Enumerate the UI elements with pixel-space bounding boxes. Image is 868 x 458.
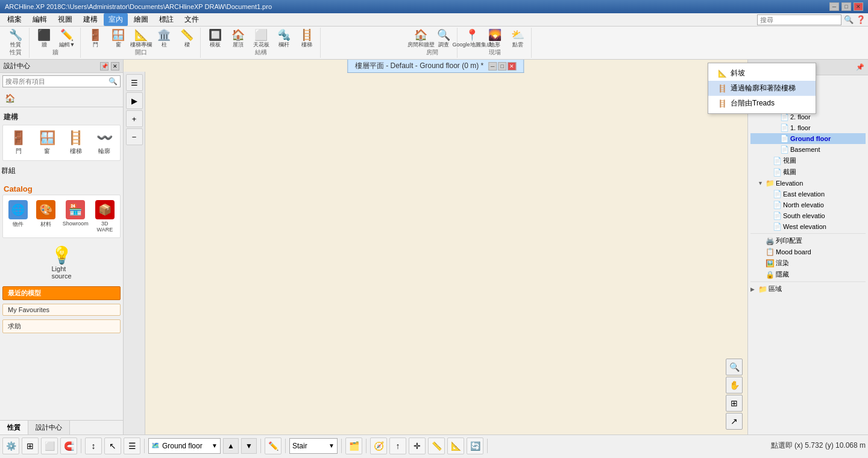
door-button[interactable]: 🚪門 [84, 28, 106, 50]
canvas-maximize-btn[interactable]: □ [498, 62, 506, 71]
column-button[interactable]: 🏛️柱 [153, 28, 175, 50]
slab-button[interactable]: 🔲模板 [204, 28, 226, 50]
floor-selector[interactable]: 🗺️ Ground floor ▼ [148, 438, 221, 454]
tree-basement[interactable]: 📄 Basement [750, 144, 866, 155]
contour-stair-item[interactable]: 🪜通過輪廓和著陸樓梯 [708, 81, 816, 96]
help-icon[interactable]: ❓ [856, 15, 866, 24]
wall-button[interactable]: ⬛牆 [33, 28, 55, 50]
window-button[interactable]: 🪟窗 [107, 28, 129, 50]
stairs-column-button[interactable]: 📐樓梯專欄 [130, 28, 152, 50]
3d-pen-btn[interactable]: ✏️ [265, 438, 281, 454]
tree-zone[interactable]: ▶ 📁 區域 [750, 283, 866, 295]
close-button[interactable]: ✕ [854, 2, 863, 11]
stairs-cell[interactable]: 🪜樓梯 [63, 128, 89, 158]
terrain-button[interactable]: 🌄地形 [484, 28, 506, 50]
snap-btn[interactable]: 🧲 [60, 438, 77, 454]
search-all-icon[interactable]: 🔍 [106, 76, 120, 87]
showroom-item[interactable]: 🏪 Showroom [61, 198, 90, 235]
layers-btn[interactable]: 🗂️ [345, 438, 362, 454]
ceiling-button[interactable]: ⬜天花板 [250, 28, 272, 50]
design-center-tab[interactable]: 設計中心 [28, 421, 70, 434]
tree-hidden[interactable]: 🔒 隱藏 [750, 269, 866, 280]
menu-document[interactable]: 文件 [180, 13, 204, 26]
grid-btn[interactable]: ⊞ [726, 395, 743, 412]
list-view-btn[interactable]: ☰ [126, 74, 143, 91]
crosshair-btn[interactable]: ✛ [409, 438, 426, 454]
tree-east-elev[interactable]: 📄 East elevation [750, 189, 866, 199]
measure-btn[interactable]: 📏 [428, 438, 445, 454]
objects-item[interactable]: 🌐 物件 [5, 198, 31, 235]
search-all-input[interactable] [3, 77, 106, 86]
tree-mood-board[interactable]: 📋 Mood board [750, 246, 866, 257]
tree-west-elev[interactable]: 📄 West elevation [750, 221, 866, 232]
home-nav-button[interactable]: 🏠 [2, 91, 17, 105]
tree-ground-floor[interactable]: 📄 Ground floor [750, 133, 866, 144]
dc-pin-button[interactable]: 📌 [100, 62, 108, 71]
menu-draw[interactable]: 繪圖 [129, 13, 153, 26]
tree-1st-floor[interactable]: 📄 1. floor [750, 122, 866, 133]
window-cell[interactable]: 🪟窗 [34, 128, 61, 158]
floor-down-btn[interactable]: ▼ [241, 438, 257, 454]
menu-annotate[interactable]: 標註 [154, 13, 178, 26]
settings-btn[interactable]: ⚙️ [2, 438, 19, 454]
floor-up-btn[interactable]: ▲ [223, 438, 239, 454]
survey-button[interactable]: 🔍調查 [433, 28, 454, 50]
maximize-button[interactable]: □ [841, 2, 851, 11]
menu-interior[interactable]: 室內 [104, 13, 128, 26]
my-favourites-button[interactable]: My Favourites [2, 304, 121, 316]
zoom-in-canvas-btn[interactable]: + [126, 110, 143, 127]
cursor-btn[interactable]: ↖ [104, 438, 121, 454]
move-btn[interactable]: ↕ [85, 438, 102, 454]
property-tab[interactable]: 性質 [0, 421, 28, 434]
light-source-item[interactable]: 💡 Lightsource [0, 240, 123, 284]
ramp-item[interactable]: 📐斜坡 [708, 66, 816, 81]
room-walls-button[interactable]: 🏠房間和牆壁 [410, 28, 432, 50]
roof-button[interactable]: 🏠屋頂 [227, 28, 249, 50]
stair-button[interactable]: 🪜樓梯 [296, 28, 318, 50]
tree-screenshot[interactable]: 📄 截圖 [750, 166, 866, 178]
stair-dropdown-arrow[interactable]: ▼ [329, 442, 335, 449]
door-cell[interactable]: 🚪門 [5, 128, 32, 158]
dc-close-button[interactable]: ✕ [111, 62, 119, 71]
tree-print-layout[interactable]: 🖨️ 列印配置 [750, 235, 866, 246]
menu-build[interactable]: 建構 [78, 13, 102, 26]
list-btn[interactable]: ☰ [124, 438, 140, 454]
zoom-out-canvas-btn[interactable]: − [126, 128, 143, 145]
railing-button[interactable]: 🔩欄杆 [273, 28, 295, 50]
rotate-btn[interactable]: 🔄 [467, 438, 483, 454]
stair-selector[interactable]: Stair ▼ [289, 438, 338, 454]
zoom-arrow-btn[interactable]: ↗ [726, 413, 743, 430]
search-icon[interactable]: 🔍 [844, 15, 854, 24]
minimize-button[interactable]: ─ [829, 2, 839, 11]
menu-edit[interactable]: 編輯 [28, 13, 52, 26]
ruler-btn[interactable]: 📐 [447, 438, 464, 454]
tree-render[interactable]: 🖼️ 渲染 [750, 257, 866, 269]
tree-elevation[interactable]: ▼ 📁 Elevation [750, 178, 866, 189]
point-cloud-button[interactable]: ⛅點雲 [507, 28, 529, 50]
wall-edit-button[interactable]: ✏️編輯▼ [56, 28, 78, 50]
tree-south-elev[interactable]: 📄 South elevatio [750, 210, 866, 221]
materials-item[interactable]: 🎨 材料 [33, 198, 58, 235]
search-input[interactable] [757, 14, 841, 25]
selection-btn[interactable]: ⬜ [41, 438, 58, 454]
grid-view-btn[interactable]: ⊞ [22, 438, 39, 454]
google-maps-button[interactable]: 📍Google地圖集成 [461, 28, 483, 50]
north-btn[interactable]: ↑ [389, 438, 406, 454]
property-button[interactable]: 🔧性質 [5, 28, 27, 50]
recent-models-button[interactable]: 最近的模型 [2, 286, 121, 300]
menu-file[interactable]: 檔案 [2, 13, 27, 26]
right-panel-pin[interactable]: 📌 [856, 63, 864, 71]
compass-btn[interactable]: 🧭 [370, 438, 387, 454]
pan-btn[interactable]: ✋ [726, 377, 743, 394]
group-row[interactable]: 群組 [0, 163, 123, 178]
help-button[interactable]: 求助 [2, 319, 121, 333]
tree-north-elev[interactable]: 📄 North elevatio [750, 199, 866, 210]
3dware-item[interactable]: 📦 3D WARE [92, 198, 118, 235]
contour-cell[interactable]: 〰️輪廓 [92, 128, 118, 158]
canvas-close-btn[interactable]: ✕ [508, 62, 516, 71]
expand-btn[interactable]: ▶ [126, 92, 143, 109]
canvas-minimize-btn[interactable]: ─ [488, 62, 497, 71]
zoom-magnify-btn[interactable]: 🔍 [726, 359, 743, 375]
tree-view[interactable]: 📄 視圖 [750, 155, 866, 166]
treads-item[interactable]: 🪜台階由Treads [708, 96, 816, 111]
